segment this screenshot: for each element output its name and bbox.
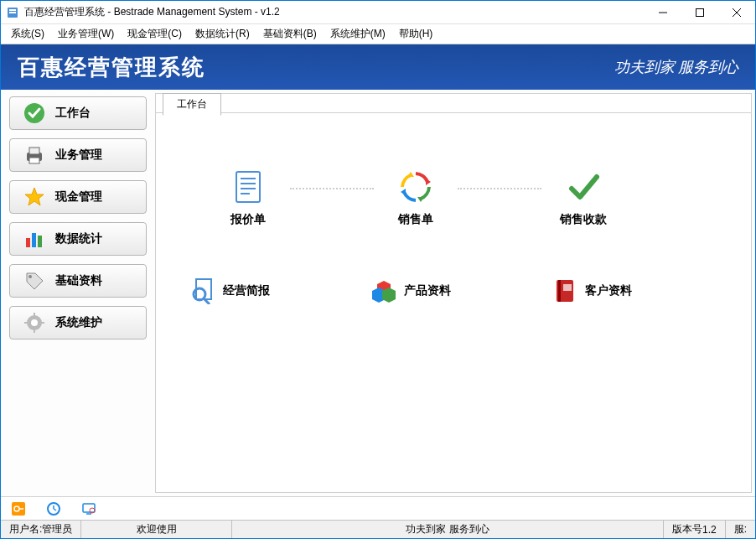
header-title: 百惠经营管理系统: [18, 53, 205, 82]
header-banner: 百惠经营管理系统 功夫到家 服务到心: [1, 44, 755, 90]
svg-marker-26: [426, 179, 431, 185]
status-user: 用户名: 管理员: [1, 521, 81, 538]
window-controls: [645, 1, 755, 24]
window-title: 百惠经营管理系统 - Bestrade Management System - …: [24, 5, 645, 19]
sidebar-item-label: 系统维护: [55, 315, 102, 330]
maximize-button[interactable]: [681, 1, 718, 24]
svg-marker-28: [401, 189, 406, 195]
workflow-label: 销售收款: [560, 212, 607, 227]
minimize-button[interactable]: [645, 1, 681, 24]
sidebar-item-label: 业务管理: [55, 148, 102, 163]
content-inner: 报价单 销售单 销售收款: [156, 112, 751, 329]
workflow-receipt[interactable]: 销售收款: [541, 170, 625, 227]
gear-icon: [23, 312, 45, 334]
recycle-icon: [399, 170, 432, 204]
key-icon[interactable]: [11, 501, 26, 516]
svg-rect-19: [24, 322, 28, 324]
svg-rect-12: [32, 233, 36, 247]
svg-point-16: [31, 319, 38, 326]
svg-rect-4: [696, 8, 704, 16]
svg-line-41: [54, 509, 56, 510]
quick-customer[interactable]: 客户资料: [551, 277, 632, 304]
status-server: 服:: [726, 521, 755, 538]
check-circle-icon: [23, 102, 45, 124]
quick-row: 经营简报 产品资料 客户资料: [156, 252, 751, 329]
printer-icon: [23, 144, 45, 166]
workflow-label: 销售单: [398, 212, 433, 227]
close-button[interactable]: [718, 1, 755, 24]
svg-rect-10: [29, 158, 39, 163]
workflow-row: 报价单 销售单 销售收款: [156, 137, 751, 252]
arrow-icon: [458, 188, 541, 189]
magnifier-doc-icon: [189, 277, 216, 304]
menu-stats[interactable]: 数据统计(R): [189, 24, 256, 44]
svg-rect-34: [558, 280, 561, 302]
main-area: 工作台 业务管理 现金管理 数据统计 基础资料: [1, 90, 755, 496]
document-icon: [231, 170, 265, 204]
menu-help[interactable]: 帮助(H): [392, 24, 440, 44]
svg-point-14: [28, 275, 32, 278]
sidebar: 工作台 业务管理 现金管理 数据统计 基础资料: [1, 90, 155, 496]
workflow-sales[interactable]: 销售单: [374, 170, 458, 227]
clock-icon[interactable]: [46, 501, 61, 516]
sidebar-item-label: 工作台: [55, 106, 91, 121]
sidebar-item-stats[interactable]: 数据统计: [9, 222, 147, 256]
svg-rect-1: [9, 9, 16, 11]
svg-rect-11: [26, 238, 30, 247]
status-welcome: 欢迎使用: [81, 521, 232, 538]
svg-rect-13: [38, 236, 42, 247]
svg-rect-18: [34, 329, 35, 333]
star-icon: [23, 186, 45, 208]
svg-rect-35: [563, 284, 572, 291]
workflow-label: 报价单: [230, 212, 266, 227]
cubes-icon: [370, 277, 397, 304]
svg-rect-9: [29, 148, 39, 154]
svg-rect-20: [41, 322, 44, 324]
bottom-toolbar: [1, 496, 755, 520]
tag-icon: [23, 270, 45, 292]
menu-cash[interactable]: 现金管理(C): [121, 24, 189, 44]
sidebar-item-label: 现金管理: [55, 189, 102, 205]
sidebar-item-label: 数据统计: [55, 231, 102, 246]
menu-maintain[interactable]: 系统维护(M): [324, 24, 392, 44]
header-slogan: 功夫到家 服务到心: [614, 57, 739, 77]
menu-basedata[interactable]: 基础资料(B): [256, 24, 324, 44]
sidebar-item-business[interactable]: 业务管理: [9, 138, 147, 172]
quick-product[interactable]: 产品资料: [370, 277, 451, 304]
svg-rect-2: [9, 12, 16, 13]
sidebar-item-basedata[interactable]: 基础资料: [9, 264, 147, 298]
status-version: 版本号 1.2: [664, 521, 726, 538]
app-icon: [6, 6, 19, 19]
quick-label: 客户资料: [585, 283, 632, 298]
checkmark-icon: [567, 170, 600, 204]
bar-chart-icon: [23, 228, 45, 250]
menubar: 系统(S) 业务管理(W) 现金管理(C) 数据统计(R) 基础资料(B) 系统…: [1, 24, 755, 44]
statusbar: 用户名: 管理员 欢迎使用 功夫到家 服务到心 版本号 1.2 服:: [1, 520, 755, 538]
svg-rect-17: [34, 313, 35, 316]
sidebar-item-workspace[interactable]: 工作台: [9, 96, 147, 130]
svg-marker-27: [417, 197, 424, 202]
red-book-icon: [551, 277, 578, 304]
titlebar: 百惠经营管理系统 - Bestrade Management System - …: [1, 1, 755, 24]
arrow-icon: [290, 188, 374, 189]
svg-rect-21: [236, 172, 260, 202]
tab-workspace[interactable]: 工作台: [163, 93, 221, 116]
menu-system[interactable]: 系统(S): [4, 24, 51, 44]
monitor-icon[interactable]: [81, 501, 96, 516]
content-panel: 工作台 报价单 销售单: [155, 93, 752, 493]
sidebar-item-maintain[interactable]: 系统维护: [9, 306, 147, 339]
workflow-quote[interactable]: 报价单: [206, 170, 290, 227]
sidebar-item-cash[interactable]: 现金管理: [9, 180, 147, 214]
svg-marker-29: [407, 172, 414, 177]
quick-label: 经营简报: [223, 283, 270, 298]
quick-report[interactable]: 经营简报: [189, 277, 270, 304]
quick-label: 产品资料: [404, 283, 451, 298]
menu-business[interactable]: 业务管理(W): [51, 24, 121, 44]
sidebar-item-label: 基础资料: [55, 273, 102, 288]
status-slogan: 功夫到家 服务到心: [232, 521, 664, 538]
